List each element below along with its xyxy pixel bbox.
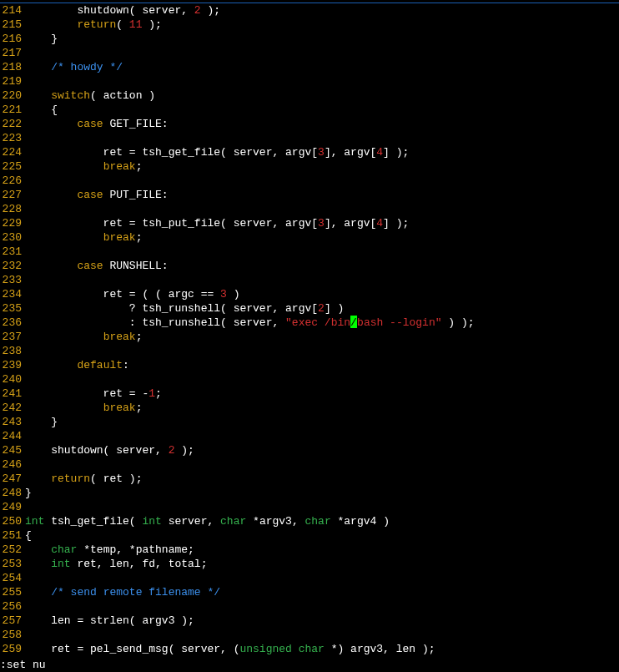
line-number: 256 [0,599,22,614]
token-cmt: /* howdy */ [51,61,123,73]
code-line[interactable]: shutdown( server, 2 ); [25,3,619,18]
code-line[interactable] [25,273,619,287]
token-plain: { [25,104,58,116]
code-line[interactable]: int ret, len, fd, total; [25,557,619,571]
code-line[interactable]: : tsh_runshell( server, "exec /bin/bash … [25,316,619,330]
code-line[interactable]: return( 11 ); [25,18,619,32]
code-line[interactable]: ret = ( ( argc == 3 ) [25,287,619,301]
code-line[interactable]: ret = tsh_put_file( server, argv[3], arg… [25,216,619,230]
token-cmt: /* send remote filename */ [51,586,220,599]
token-plain [25,89,51,102]
code-editor[interactable]: 2142152162172182192202212222232242252262… [0,3,619,672]
code-area[interactable]: shutdown( server, 2 ); return( 11 ); } /… [25,3,619,672]
line-number: 237 [0,330,22,344]
code-line[interactable]: { [25,103,619,117]
token-plain: *) argv3, len ); [325,643,435,655]
code-line[interactable]: return( ret ); [25,472,619,486]
code-line[interactable] [25,46,619,60]
line-number: 228 [0,202,22,216]
code-line[interactable]: break; [25,330,619,344]
token-plain: tsh_get_file( [44,515,142,528]
code-line[interactable]: break; [25,230,619,245]
token-plain: ); [174,444,194,457]
token-plain [25,402,103,414]
code-line[interactable]: int tsh_get_file( int server, char *argv… [25,514,619,528]
code-line[interactable]: case PUT_FILE: [25,188,619,202]
token-plain: ; [136,402,143,414]
code-line[interactable]: shutdown( server, 2 ); [25,443,619,457]
code-line[interactable]: case GET_FILE: [25,117,619,131]
token-kw: case [77,118,103,130]
code-line[interactable]: switch( action ) [25,88,619,103]
token-plain: *argv4 ) [331,515,390,528]
token-plain: ], argv[ [325,217,376,230]
code-line[interactable]: case RUNSHELL: [25,259,619,273]
token-plain: *argv3, [246,515,304,528]
token-type: char [220,515,246,528]
token-plain [25,189,77,201]
token-plain: : tsh_runshell( server, [25,316,285,329]
line-number: 226 [0,174,22,188]
code-line[interactable]: ret = pel_send_msg( server, (unsigned ch… [25,642,619,656]
code-line[interactable]: default: [25,358,619,372]
line-number: 223 [0,131,22,145]
line-number: 234 [0,287,22,301]
code-line[interactable] [25,500,619,514]
token-plain: ] ); [383,217,409,230]
code-line[interactable] [25,372,619,387]
line-number: 257 [0,614,22,628]
line-number: 245 [0,443,22,457]
code-line[interactable]: } [25,32,619,46]
code-line[interactable] [25,74,619,88]
code-line[interactable] [25,571,619,585]
token-kw: break [103,231,136,244]
token-plain: ; [136,231,143,244]
code-line[interactable] [25,131,619,145]
token-kw: switch [51,89,90,102]
line-number: 247 [0,472,22,486]
token-plain: ? tsh_runshell( server, argv[ [25,302,318,315]
token-plain: : [123,359,129,371]
code-line[interactable]: /* send remote filename */ [25,585,619,599]
code-line[interactable] [25,599,619,614]
token-plain [25,359,77,371]
token-plain: ret = pel_send_msg( server, ( [25,643,239,655]
line-number: 225 [0,159,22,174]
token-kw: break [103,160,136,173]
line-number: 252 [0,543,22,557]
line-number: 246 [0,457,22,472]
code-line[interactable] [25,202,619,216]
token-type: unsigned [239,643,291,655]
line-number: 244 [0,429,22,443]
line-number: 254 [0,571,22,585]
token-plain: *temp, *pathname; [77,543,194,556]
code-line[interactable]: ret = tsh_get_file( server, argv[3], arg… [25,145,619,159]
token-num: 2 [318,302,325,315]
code-line[interactable] [25,344,619,358]
code-line[interactable]: /* howdy */ [25,60,619,74]
code-line[interactable]: } [25,486,619,500]
code-line[interactable]: break; [25,401,619,415]
token-plain: ; [136,160,143,173]
token-str: bash --login" [357,316,441,329]
token-plain: ret = - [25,387,148,400]
token-plain: ] ) [325,302,344,315]
command-status-line[interactable]: :set nu [0,658,46,672]
token-plain [25,472,51,485]
code-line[interactable] [25,429,619,443]
code-line[interactable]: break; [25,159,619,174]
token-type: int [142,515,161,528]
code-line[interactable] [25,457,619,472]
code-line[interactable]: ret = -1; [25,387,619,401]
code-line[interactable]: { [25,528,619,543]
line-number: 221 [0,103,22,117]
code-line[interactable] [25,628,619,642]
code-line[interactable] [25,174,619,188]
code-line[interactable]: char *temp, *pathname; [25,543,619,557]
code-line[interactable]: } [25,415,619,429]
code-line[interactable]: ? tsh_runshell( server, argv[2] ) [25,301,619,316]
token-plain: ); [201,4,220,17]
code-line[interactable] [25,245,619,259]
code-line[interactable]: len = strlen( argv3 ); [25,614,619,628]
token-kw: default [77,359,123,371]
